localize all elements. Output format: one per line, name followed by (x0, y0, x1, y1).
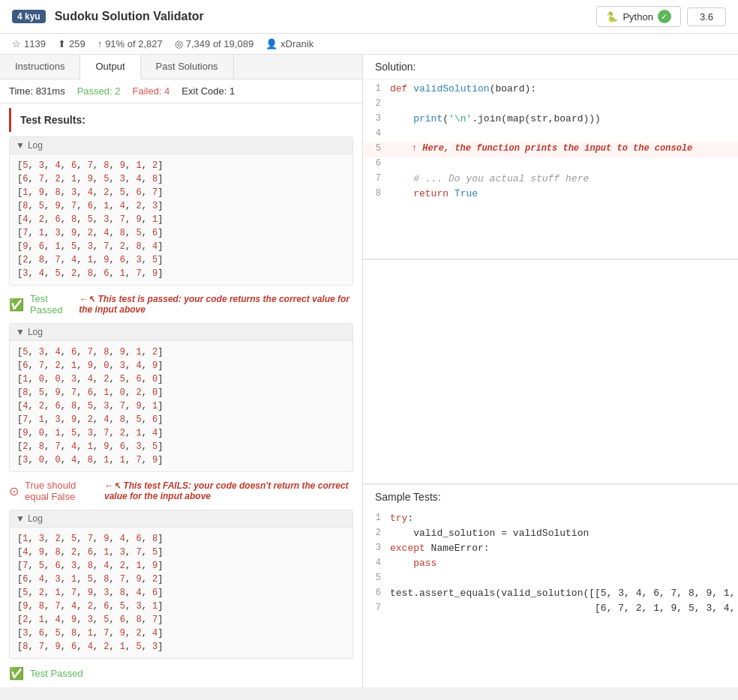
version-selector[interactable]: 3.6 (687, 7, 726, 26)
stats-bar: ☆ 1139 ⬆ 259 ↑ 91% of 2,827 ◎ 7,349 of 1… (0, 34, 738, 55)
list-item: [6, 4, 3, 1, 5, 8, 7, 9, 2] (17, 573, 345, 586)
code-line-6: 6 (363, 157, 738, 172)
line-code: except NameError: (390, 542, 738, 555)
list-item: [5, 3, 4, 6, 7, 8, 9, 1, 2] (17, 346, 345, 359)
sample-tests-label: Sample Tests: (363, 485, 738, 509)
code-line-3: 3 print('\n'.join(map(str,board))) (363, 112, 738, 127)
line-number: 6 (363, 157, 390, 169)
header-controls: 🐍 Python ✓ 3.6 (596, 6, 726, 27)
line-number: 1 (363, 82, 390, 94)
line-code (390, 157, 738, 170)
output-panel: Time: 831ms Passed: 2 Failed: 4 Exit Cod… (0, 79, 362, 687)
log-toggle-1[interactable]: ▼ (16, 140, 25, 151)
test1-passed-banner: ✅ Test Passed ←↖ This test is passed: yo… (0, 289, 362, 320)
line-number: 7 (363, 602, 390, 613)
line-number: 2 (363, 97, 390, 109)
line-code: try: (390, 512, 738, 525)
python-check-icon: ✓ (658, 10, 671, 23)
list-item: [6, 7, 2, 1, 9, 5, 3, 4, 8] (17, 172, 345, 186)
log-content-2: [5, 3, 4, 6, 7, 8, 9, 1, 2] [6, 7, 2, 1,… (10, 341, 352, 471)
passed-msg-1: ←↖ This test is passed: your code return… (79, 294, 353, 315)
code-line-1: 1 def validSolution(board): (363, 82, 738, 97)
line-code: ↑ Here, the function prints the input to… (390, 142, 738, 154)
line-code: # ... Do you actual stuff here (390, 172, 738, 185)
log-toggle-3[interactable]: ▼ (16, 513, 25, 524)
solution-editor[interactable]: 1 def validSolution(board): 2 3 print('\… (363, 79, 738, 260)
line-code: [6, 7, 2, 1, 9, 5, 3, 4, (390, 602, 738, 615)
log-section-2: ▼ Log [5, 3, 4, 6, 7, 8, 9, 1, 2] [6, 7,… (9, 323, 353, 472)
version-value: 3.6 (700, 11, 713, 22)
log-header-3[interactable]: ▼ Log (10, 510, 352, 528)
right-panel: Solution: 1 def validSolution(board): 2 … (363, 55, 738, 687)
line-number: 3 (363, 542, 390, 553)
sample-line-1: 1 try: (363, 512, 738, 527)
list-item: [4, 2, 6, 8, 5, 3, 7, 9, 1] (17, 213, 345, 226)
star-count: ☆ 1139 (12, 38, 46, 49)
list-item: [2, 8, 7, 4, 1, 9, 6, 3, 5] (17, 440, 345, 453)
log-label-2: Log (28, 327, 43, 337)
log-section-1: ▼ Log [5, 3, 4, 6, 7, 8, 9, 1, 2] [6, 7,… (9, 136, 353, 286)
status-exit: Exit Code: 1 (182, 85, 235, 97)
line-code: return True (390, 187, 738, 200)
test2-failed-banner: ⊙ True should equal False ←↖ This test F… (0, 475, 362, 507)
list-item: [5, 2, 1, 7, 9, 3, 8, 4, 6] (17, 586, 345, 600)
test-results-header: Test Results: (9, 108, 353, 132)
list-item: [7, 1, 3, 9, 2, 4, 8, 5, 6] (17, 413, 345, 426)
list-item: [3, 6, 5, 8, 1, 7, 9, 2, 4] (17, 627, 345, 640)
list-item: [2, 8, 7, 4, 1, 9, 6, 3, 5] (17, 253, 345, 267)
header: 4 kyu Sudoku Solution Validator 🐍 Python… (0, 0, 738, 34)
code-line-8: 8 return True (363, 187, 738, 202)
list-item: [4, 2, 6, 8, 5, 3, 7, 9, 1] (17, 399, 345, 413)
python-label: Python (622, 11, 652, 22)
list-item: [5, 3, 4, 6, 7, 8, 9, 1, 2] (17, 159, 345, 172)
list-item: [7, 1, 3, 9, 2, 4, 8, 5, 6] (17, 226, 345, 240)
list-item: [4, 9, 8, 2, 6, 1, 3, 7, 5] (17, 546, 345, 559)
line-code (390, 97, 738, 110)
line-code: test.assert_equals(valid_solution([[5, 3… (390, 587, 738, 600)
status-passed: Passed: 2 (77, 85, 121, 97)
fork-count: ⬆ 259 (58, 38, 86, 49)
list-item: [1, 3, 2, 5, 7, 9, 4, 6, 8] (17, 532, 345, 546)
list-item: [2, 1, 4, 9, 3, 5, 6, 8, 7] (17, 613, 345, 627)
code-line-5: 5 ↑ Here, the function prints the input … (363, 142, 738, 157)
solution-label: Solution: (363, 55, 738, 79)
line-number: 4 (363, 557, 390, 568)
rank-stat: ↑ 91% of 2,827 (98, 38, 163, 49)
left-panel: Instructions Output Past Solutions Time:… (0, 55, 363, 687)
list-item: [8, 5, 9, 7, 6, 1, 4, 2, 3] (17, 199, 345, 213)
log-toggle-2[interactable]: ▼ (16, 327, 25, 337)
list-item: [9, 0, 1, 5, 3, 7, 2, 1, 4] (17, 426, 345, 440)
python-selector[interactable]: 🐍 Python ✓ (596, 6, 680, 27)
line-number: 6 (363, 587, 390, 598)
line-code (390, 127, 738, 140)
failed-text-2: True should equal False (25, 480, 98, 502)
list-item: [8, 7, 9, 6, 4, 2, 1, 5, 3] (17, 640, 345, 654)
python-icon: 🐍 (606, 11, 618, 22)
page-title: Sudoku Solution Validator (55, 10, 588, 23)
tab-instructions[interactable]: Instructions (0, 55, 80, 79)
output-scroll[interactable]: Time: 831ms Passed: 2 Failed: 4 Exit Cod… (0, 79, 362, 687)
code-line-4: 4 (363, 127, 738, 142)
line-number: 5 (363, 572, 390, 583)
list-item: [6, 7, 2, 1, 9, 0, 3, 4, 9] (17, 359, 345, 372)
log-content-1: [5, 3, 4, 6, 7, 8, 9, 1, 2] [6, 7, 2, 1,… (10, 154, 352, 285)
line-number: 1 (363, 512, 390, 523)
list-item: [9, 6, 1, 5, 3, 7, 2, 8, 4] (17, 240, 345, 253)
log-header-2[interactable]: ▼ Log (10, 324, 352, 341)
sample-line-7: 7 [6, 7, 2, 1, 9, 5, 3, 4, (363, 602, 738, 617)
passed-text-1: Test Passed (30, 293, 73, 316)
line-number: 7 (363, 172, 390, 184)
line-number: 4 (363, 127, 390, 139)
line-code: valid_solution = validSolution (390, 527, 738, 540)
list-item: [1, 9, 8, 3, 4, 2, 5, 6, 7] (17, 186, 345, 199)
tab-output[interactable]: Output (80, 55, 140, 79)
log-header-1[interactable]: ▼ Log (10, 137, 352, 154)
code-line-2: 2 (363, 97, 738, 112)
line-number: 2 (363, 527, 390, 538)
list-item: [9, 8, 7, 4, 2, 6, 5, 3, 1] (17, 600, 345, 613)
tab-past-solutions[interactable]: Past Solutions (141, 55, 234, 79)
failed-msg-2: ←↖ This test FAILS: your code doesn't re… (104, 480, 353, 501)
sample-tests-editor[interactable]: 1 try: 2 valid_solution = validSolution … (363, 509, 738, 688)
solution-count: ◎ 7,349 of 19,089 (175, 38, 254, 49)
log-content-3: [1, 3, 2, 5, 7, 9, 4, 6, 8] [4, 9, 8, 2,… (10, 528, 352, 658)
